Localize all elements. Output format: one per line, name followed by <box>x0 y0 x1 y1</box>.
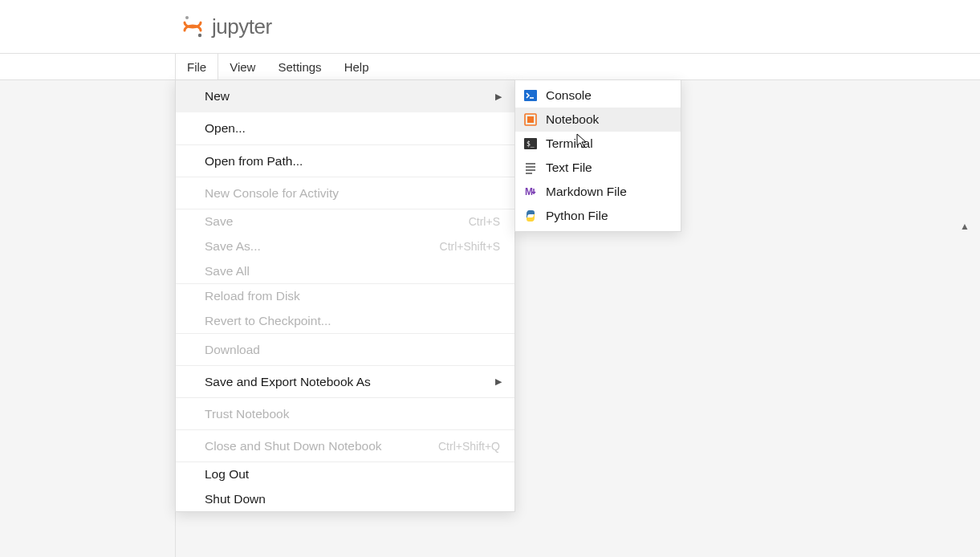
new-markdown-file[interactable]: M Markdown File <box>515 180 681 204</box>
file-menu-new[interactable]: New ▶ <box>176 80 514 112</box>
file-menu-dropdown: New ▶ Open... Open from Path... New Cons… <box>175 79 515 512</box>
file-menu-new-console-label: New Console for Activity <box>205 186 339 201</box>
file-menu-new-label: New <box>205 89 230 104</box>
file-menu-trust-label: Trust Notebook <box>205 407 289 421</box>
file-menu-reload: Reload from Disk <box>176 283 514 308</box>
file-menu-save-label: Save <box>205 214 233 229</box>
new-console-label: Console <box>546 88 592 103</box>
file-menu-save: Save Ctrl+S <box>176 209 514 234</box>
svg-rect-5 <box>527 116 534 123</box>
file-menu-download: Download <box>176 333 514 365</box>
menu-view-label: View <box>230 60 255 74</box>
file-menu-save-all: Save All <box>176 258 514 283</box>
markdown-icon: M <box>523 185 538 199</box>
file-menu-revert: Revert to Checkpoint... <box>176 308 514 333</box>
jupyter-logo-icon <box>181 15 204 38</box>
file-menu-open-label: Open... <box>205 121 246 136</box>
notebook-icon <box>523 112 538 127</box>
svg-point-1 <box>198 34 201 37</box>
file-menu-logout-label: Log Out <box>205 467 249 482</box>
svg-text:$_: $_ <box>527 140 535 148</box>
menu-settings-label: Settings <box>278 60 321 74</box>
file-menu-reload-label: Reload from Disk <box>205 289 300 303</box>
text-icon <box>523 161 538 175</box>
file-menu-export-label: Save and Export Notebook As <box>205 375 371 389</box>
menu-view[interactable]: View <box>218 54 266 79</box>
new-terminal-label: Terminal <box>546 136 593 151</box>
terminal-icon: $_ <box>523 136 538 151</box>
file-menu-shutdown-label: Shut Down <box>205 492 266 506</box>
new-text-file-label: Text File <box>546 161 592 175</box>
menu-settings[interactable]: Settings <box>266 54 332 79</box>
svg-point-0 <box>185 16 189 19</box>
file-menu-export[interactable]: Save and Export Notebook As ▶ <box>176 365 514 397</box>
new-notebook-label: Notebook <box>546 112 599 127</box>
new-notebook[interactable]: Notebook <box>515 108 681 132</box>
file-menu-close-shutdown-shortcut: Ctrl+Shift+Q <box>438 440 500 453</box>
new-text-file[interactable]: Text File <box>515 156 681 180</box>
file-menu-close-shutdown-label: Close and Shut Down Notebook <box>205 439 382 453</box>
file-menu-logout[interactable]: Log Out <box>176 461 514 486</box>
file-menu-close-shutdown: Close and Shut Down Notebook Ctrl+Shift+… <box>176 429 514 461</box>
file-menu-download-label: Download <box>205 343 260 357</box>
new-terminal[interactable]: $_ Terminal <box>515 132 681 156</box>
file-menu-revert-label: Revert to Checkpoint... <box>205 314 331 328</box>
file-menu-save-as-label: Save As... <box>205 239 261 254</box>
menu-file-label: File <box>187 60 206 74</box>
file-menu-new-console: New Console for Activity <box>176 177 514 209</box>
file-menu-save-shortcut: Ctrl+S <box>469 215 500 228</box>
menubar: File View Settings Help <box>0 54 980 80</box>
app-header: jupyter <box>0 0 980 54</box>
chevron-right-icon: ▶ <box>495 376 502 387</box>
file-menu-trust: Trust Notebook <box>176 397 514 429</box>
new-console[interactable]: Console <box>515 83 681 108</box>
console-icon <box>523 88 538 103</box>
file-menu-save-as-shortcut: Ctrl+Shift+S <box>440 240 500 253</box>
file-menu-open-from-path-label: Open from Path... <box>205 154 303 169</box>
file-menu-open-from-path[interactable]: Open from Path... <box>176 144 514 177</box>
new-submenu: Console Notebook $_ Terminal Text File M… <box>514 79 681 232</box>
python-icon <box>523 209 538 223</box>
menu-help-label: Help <box>344 60 369 74</box>
new-markdown-file-label: Markdown File <box>546 185 627 199</box>
file-menu-shutdown[interactable]: Shut Down <box>176 486 514 511</box>
collapse-caret-icon[interactable]: ▲ <box>960 221 970 232</box>
chevron-right-icon: ▶ <box>495 91 502 102</box>
jupyter-logo[interactable]: jupyter <box>181 14 272 39</box>
menu-file[interactable]: File <box>175 54 218 79</box>
svg-rect-2 <box>524 90 537 101</box>
file-menu-save-as: Save As... Ctrl+Shift+S <box>176 234 514 258</box>
svg-text:M: M <box>525 186 533 197</box>
new-python-file[interactable]: Python File <box>515 204 681 228</box>
file-menu-open[interactable]: Open... <box>176 112 514 144</box>
jupyter-logo-text: jupyter <box>212 14 272 39</box>
file-menu-save-all-label: Save All <box>205 264 250 278</box>
menu-help[interactable]: Help <box>333 54 380 79</box>
new-python-file-label: Python File <box>546 209 608 223</box>
